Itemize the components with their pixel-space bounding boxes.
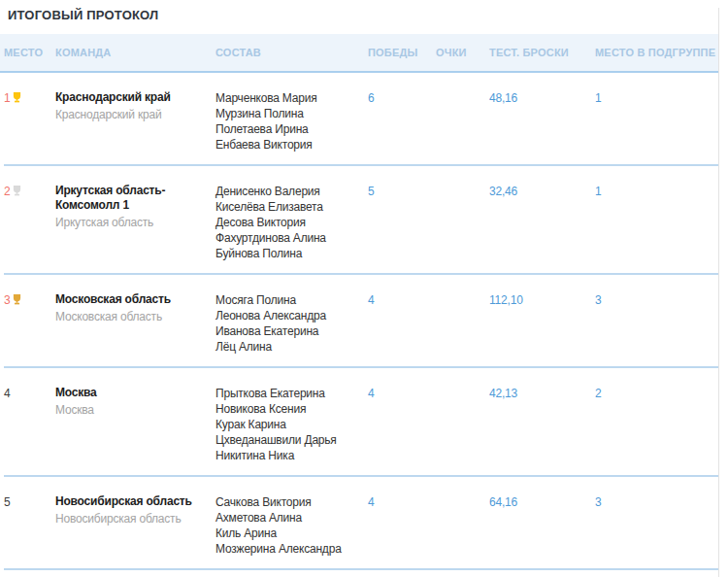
subgroup-place-value: 1 [595,90,718,106]
captain-link[interactable]: Прыткова Екатерина [215,386,360,401]
column-header-subgroup-place: МЕСТО В ПОДГРУППЕ [595,47,718,58]
subgroup-place-value: 3 [595,292,718,308]
team-cell: Иркутская область-Комсомолл 1 Иркутская … [55,184,215,230]
roster-player: Киселёва Елизавета [215,199,360,215]
wins-value: 6 [368,90,436,106]
table-row: 1 Краснодарский край Краснодарский край … [4,73,718,166]
roster-player: Лёц Алина [215,339,360,355]
place-cell: 5 [4,494,55,510]
trophy-icon [13,92,21,103]
team-region: Краснодарский край [55,108,202,122]
roster-player: Леонова Александра [215,308,360,323]
table-row: 4 Москва Москва Прыткова Екатерина Новик… [4,368,718,477]
place-number: 3 [4,292,10,308]
team-cell: Московская область Московская область [55,292,215,324]
team-region: Иркутская область [55,216,202,230]
team-name: Краснодарский край [55,90,202,105]
team-cell: Новосибирская область Новосибирская обла… [55,494,215,526]
place-cell: 3 [4,292,55,308]
roster-list: Мосяга Полина Леонова АлександраИванова … [215,292,368,355]
trophy-icon [13,294,21,305]
test-throws-value: 48,16 [489,90,595,106]
roster-list: Денисенко Валерия Киселёва ЕлизаветаДесо… [215,184,368,261]
captain-link[interactable]: Мосяга Полина [215,292,360,308]
trophy-icon [13,186,21,196]
roster-player: Буйнова Полина [215,246,360,261]
team-name: Московская область [55,292,202,307]
wins-value: 4 [368,292,436,308]
test-throws-value: 32,46 [489,184,595,199]
place-number: 4 [4,386,10,401]
column-header-place: МЕСТО [4,47,55,58]
table-row: 2 Иркутская область-Комсомолл 1 Иркутска… [4,166,718,275]
wins-value: 4 [368,386,436,401]
table-row: 3 Московская область Московская область … [4,275,718,368]
roster-player: Курак Карина [215,417,360,432]
test-throws-value: 112,10 [489,292,595,308]
team-name: Новосибирская область [55,494,202,509]
roster-player: Иванова Екатерина [215,323,360,339]
subgroup-place-value: 1 [595,184,718,199]
roster-player: Цхведанашвили Дарья [215,432,360,448]
place-number: 2 [4,184,10,199]
place-number: 5 [4,494,10,510]
team-cell: Москва Москва [55,386,215,418]
roster-player: Полетаева Ирина [215,121,360,137]
captain-link[interactable]: Сачкова Виктория [215,494,360,510]
column-header-points: ОЧКИ [436,47,489,58]
roster-player: Фахуртдинова Алина [215,230,360,246]
roster-player: Новикова Ксения [215,401,360,417]
roster-player: Енбаева Виктория [215,137,360,153]
subgroup-place-value: 3 [595,494,718,510]
table-body: 1 Краснодарский край Краснодарский край … [0,73,718,570]
table-header-row: МЕСТО КОМАНДА СОСТАВ ПОБЕДЫ ОЧКИ ТЕСТ. Б… [0,34,718,73]
wins-value: 4 [368,494,436,510]
roster-player: Ахметова Алина [215,510,360,526]
results-page: ИТОГОВЫЙ ПРОТОКОЛ МЕСТО КОМАНДА СОСТАВ П… [0,8,719,577]
roster-player: Мурзина Полина [215,106,360,121]
roster-player: Киль Арина [215,526,360,541]
captain-link[interactable]: Марченкова Мария [215,90,360,106]
wins-value: 5 [368,184,436,199]
roster-list: Прыткова Екатерина Новикова КсенияКурак … [215,386,368,463]
team-region: Новосибирская область [55,512,202,526]
test-throws-value: 64,16 [489,494,595,510]
column-header-team: КОМАНДА [55,47,215,58]
place-cell: 2 [4,184,55,199]
team-name: Иркутская область-Комсомолл 1 [55,184,202,213]
team-name: Москва [55,386,202,400]
team-region: Московская область [55,310,202,324]
team-region: Москва [55,403,202,418]
roster-player: Никитина Ника [215,448,360,463]
subgroup-place-value: 2 [595,386,718,401]
place-cell: 4 [4,386,55,401]
test-throws-value: 42,13 [489,386,595,401]
roster-player: Мозжерина Александра [215,541,360,557]
roster-player: Десова Виктория [215,215,360,230]
place-number: 1 [4,90,10,106]
place-cell: 1 [4,90,55,106]
column-header-wins: ПОБЕДЫ [368,47,436,58]
team-cell: Краснодарский край Краснодарский край [55,90,215,122]
column-header-roster: СОСТАВ [215,47,368,58]
roster-list: Сачкова Виктория Ахметова АлинаКиль Арин… [215,494,368,557]
column-header-test-throws: ТЕСТ. БРОСКИ [489,47,595,58]
table-row: 5 Новосибирская область Новосибирская об… [4,477,718,570]
roster-list: Марченкова Мария Мурзина ПолинаПолетаева… [215,90,368,153]
captain-link[interactable]: Денисенко Валерия [215,184,360,199]
page-title: ИТОГОВЫЙ ПРОТОКОЛ [8,8,718,22]
